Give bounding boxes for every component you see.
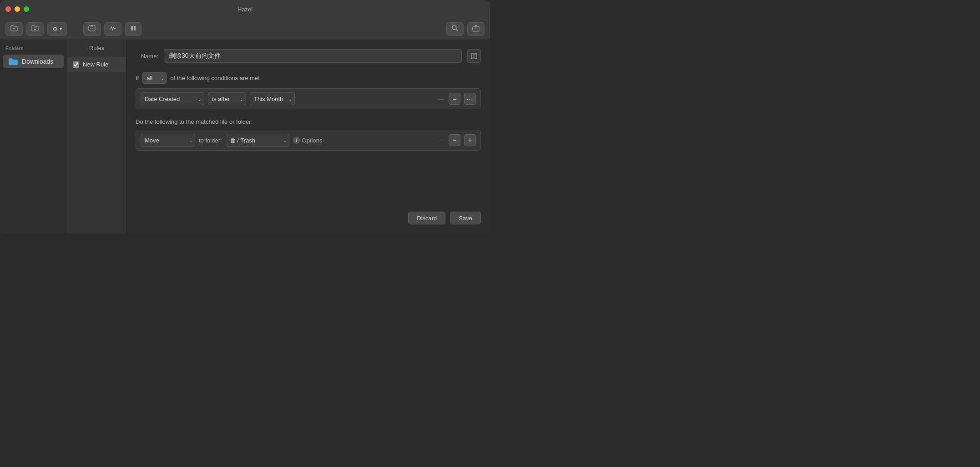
rules-panel-header: Rules <box>67 40 126 56</box>
action-plus-icon: + <box>468 136 473 145</box>
toolbar-right <box>446 22 485 36</box>
rules-panel: Rules New Rule <box>67 40 126 234</box>
search-icon <box>451 25 459 33</box>
sidebar-header: Folders <box>0 46 67 55</box>
action-section: Do the following to the matched file or … <box>136 118 481 151</box>
condition-value-wrapper[interactable]: This Month Today This Week This Year <box>250 92 295 105</box>
minimize-button[interactable] <box>15 6 20 12</box>
gear-arrow-icon: ▾ <box>60 26 62 31</box>
conditions-section: If all any of the following conditions a… <box>136 72 481 109</box>
close-button[interactable] <box>5 6 11 12</box>
minus-icon: − <box>453 95 457 103</box>
window-controls <box>5 6 29 12</box>
save-button[interactable]: Save <box>450 212 481 224</box>
sidebar-item-downloads[interactable]: Downloads <box>3 55 64 68</box>
name-row: Name: <box>136 49 481 63</box>
action-dash-spacer: — <box>437 137 445 144</box>
name-input[interactable] <box>164 49 462 63</box>
all-select-wrapper[interactable]: all any <box>142 72 167 84</box>
condition-value-select[interactable]: This Month Today This Week This Year <box>250 92 295 105</box>
dash-spacer: — <box>437 95 445 102</box>
ellipsis-icon: ··· <box>467 95 474 102</box>
condition-operator-wrapper[interactable]: is after is before is <box>208 92 246 105</box>
add-folder-button[interactable] <box>5 22 23 36</box>
rule-item-new-rule[interactable]: New Rule <box>67 56 126 72</box>
gear-button[interactable]: ⚙ ▾ <box>47 22 67 36</box>
add-rule-button[interactable] <box>83 22 101 36</box>
action-row-0: Move Copy Delete Rename Run Script to fo… <box>136 130 481 151</box>
add-action-button[interactable]: + <box>464 134 476 146</box>
maximize-button[interactable] <box>24 6 29 12</box>
remove-condition-button[interactable]: − <box>449 93 460 105</box>
import-folder-button[interactable] <box>26 22 44 36</box>
gear-icon: ⚙ <box>52 25 58 32</box>
folder-path-select[interactable]: 🗑 / Trash Downloads Desktop <box>226 134 289 147</box>
import-folder-icon <box>31 25 39 33</box>
condition-field-wrapper[interactable]: Date Created Date Modified Date Last Ope… <box>141 92 204 105</box>
action-header: Do the following to the matched file or … <box>136 118 481 125</box>
titlebar: Hazel <box>0 0 490 18</box>
all-select[interactable]: all any <box>142 72 167 84</box>
remove-action-button[interactable]: − <box>449 134 460 146</box>
pause-icon <box>130 25 136 33</box>
name-field-label: Name: <box>136 53 158 60</box>
share-button[interactable] <box>467 22 485 36</box>
rule-checkbox[interactable] <box>73 61 79 68</box>
content-area: Name: If all any <box>126 40 490 234</box>
app-title: Hazel <box>237 6 253 13</box>
action-select-wrapper[interactable]: Move Copy Delete Rename Run Script <box>141 134 195 147</box>
options-label: Options <box>302 137 323 144</box>
svg-rect-8 <box>134 26 136 30</box>
condition-operator-select[interactable]: is after is before is <box>208 92 246 105</box>
sidebar-item-label-downloads: Downloads <box>22 58 53 65</box>
to-folder-label: to folder: <box>199 137 222 144</box>
activity-button[interactable] <box>104 22 121 36</box>
sidebar: Folders Downloads <box>0 40 67 234</box>
main-layout: Folders Downloads Rules New Rule Name: <box>0 40 490 234</box>
condition-field-select[interactable]: Date Created Date Modified Date Last Ope… <box>141 92 204 105</box>
discard-button[interactable]: Discard <box>408 212 445 224</box>
add-rule-icon <box>88 25 96 33</box>
conditions-header: If all any of the following conditions a… <box>136 72 481 84</box>
action-select[interactable]: Move Copy Delete Rename Run Script <box>141 134 195 147</box>
activity-icon <box>109 25 116 33</box>
search-button[interactable] <box>446 22 464 36</box>
svg-rect-7 <box>131 26 133 30</box>
downloads-folder-icon <box>8 57 18 66</box>
of-following-label: of the following conditions are met <box>170 75 260 81</box>
if-label: If <box>136 75 139 81</box>
share-icon <box>472 25 480 33</box>
add-folder-icon <box>10 25 18 33</box>
toolbar: ⚙ ▾ <box>0 18 490 40</box>
info-icon: i <box>293 137 300 144</box>
pause-button[interactable] <box>125 22 141 36</box>
svg-point-9 <box>452 25 456 30</box>
name-options-button[interactable] <box>467 49 481 63</box>
options-button[interactable]: i Options <box>293 137 323 144</box>
condition-more-button[interactable]: ··· <box>464 93 476 105</box>
footer-buttons: Discard Save <box>136 212 481 224</box>
condition-row-0: Date Created Date Modified Date Last Ope… <box>136 88 481 109</box>
folder-path-wrapper[interactable]: 🗑 / Trash Downloads Desktop <box>226 134 289 147</box>
rule-item-label: New Rule <box>83 61 108 68</box>
svg-line-10 <box>456 29 458 31</box>
action-minus-icon: − <box>453 137 457 144</box>
